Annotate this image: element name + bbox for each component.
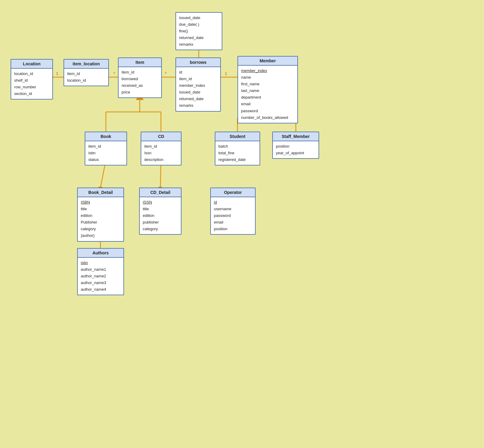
member-title: Member (238, 57, 297, 66)
operator-attrs: id username password email position (211, 197, 255, 234)
item-box: Item item_id borrowed received_as price (118, 57, 162, 98)
svg-text:1: 1 (225, 71, 227, 76)
cd-box: CD item_id Issn description (141, 132, 182, 165)
cd-detail-box: CD_Detail ISSN title edition publisher c… (139, 188, 182, 235)
location-title: Location (11, 60, 52, 69)
svg-text:*: * (113, 71, 115, 76)
staff-member-box: Staff_Member position year_of_appoint (272, 132, 319, 159)
borrows-attrs: id item_id member_index issued_date retu… (176, 67, 220, 111)
book-detail-attrs: ISBN title edition Publisher category {a… (78, 197, 123, 241)
cd-detail-attrs: ISSN title edition publisher category (140, 197, 181, 234)
location-box: Location location_id shelf_id row_number… (11, 59, 53, 100)
item-location-title: item_location (64, 60, 108, 69)
student-box: Student batch total_fine registered_date (215, 132, 260, 165)
svg-text:1: 1 (56, 71, 58, 76)
book-attrs: item_id isbn status (85, 141, 126, 165)
book-box: Book item_id isbn status (85, 132, 127, 165)
item-title: Item (119, 58, 161, 67)
authors-attrs: isbn author_name1 author_name2 author_na… (78, 258, 123, 295)
member-box: Member member_index name first_name last… (237, 56, 298, 123)
member-attrs: member_index name first_name last_name d… (238, 66, 297, 123)
diagram-canvas: 1 * * 1 issu (0, 0, 484, 448)
operator-box: Operator id username password email posi… (210, 188, 256, 235)
book-title: Book (85, 132, 126, 141)
student-title: Student (215, 132, 260, 141)
item-location-box: item_location item_id location_id (64, 59, 109, 86)
cd-attrs: item_id Issn description (141, 141, 181, 165)
book-detail-box: Book_Detail ISBN title edition Publisher… (77, 188, 124, 242)
item-location-attrs: item_id location_id (64, 69, 108, 86)
location-attrs: location_id shelf_id row_number section_… (11, 69, 52, 99)
authors-title: Authors (78, 249, 123, 258)
loan-header-box: issued_date due_date( ) fine() returned_… (175, 12, 222, 50)
item-attrs: item_id borrowed received_as price (119, 67, 161, 97)
borrows-box: borrows id item_id member_index issued_d… (175, 57, 221, 112)
cd-detail-title: CD_Detail (140, 188, 181, 197)
operator-title: Operator (211, 188, 255, 197)
svg-text:*: * (165, 71, 167, 76)
borrows-title: borrows (176, 58, 220, 67)
student-attrs: batch total_fine registered_date (215, 141, 260, 165)
authors-box: Authors isbn author_name1 author_name2 a… (77, 248, 124, 295)
cd-title: CD (141, 132, 181, 141)
staff-member-attrs: position year_of_appoint (273, 141, 319, 158)
staff-member-title: Staff_Member (273, 132, 319, 141)
loan-header-attrs: issued_date due_date( ) fine() returned_… (176, 13, 222, 50)
book-detail-title: Book_Detail (78, 188, 123, 197)
